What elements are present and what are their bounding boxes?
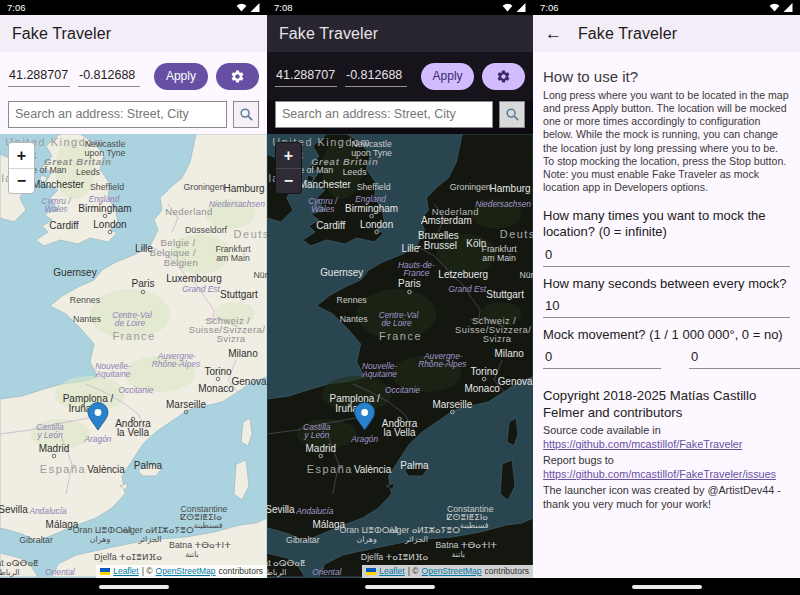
map-label: Gibraltar: [286, 535, 320, 545]
map-label: Oriental: [312, 567, 342, 577]
back-arrow-button[interactable]: ←: [545, 25, 562, 42]
map-label: Genova: [231, 376, 266, 387]
latitude-field[interactable]: [8, 65, 70, 87]
panel-light-map: 7:06 Fake Traveler Apply United KingdomN…: [0, 0, 267, 595]
source-prefix: Source code available in: [543, 424, 661, 436]
mock-movement-label: Mock movement? (1 / 1 000 000°, 0 = no): [543, 327, 790, 343]
map-label: Grand Est: [448, 284, 486, 294]
search-row: [267, 100, 533, 134]
map-label: Rhône-Alpes: [418, 359, 467, 369]
app-title: Fake Traveler: [578, 25, 677, 43]
map-label: Occitanie: [119, 385, 154, 395]
search-input[interactable]: [8, 101, 227, 128]
map[interactable]: United KingdomNewcastleupon TyneGreat Br…: [267, 134, 533, 578]
status-bar: 7:06: [0, 0, 267, 15]
search-button[interactable]: [233, 101, 259, 128]
status-time: 7:06: [7, 2, 26, 13]
map-label: Leeds: [343, 167, 367, 177]
map[interactable]: United KingdomNewcastleupon TyneGreat Br…: [0, 134, 267, 578]
settings-gear-button[interactable]: [216, 63, 259, 90]
ukraine-flag-icon: [100, 568, 110, 575]
source-code-line: Source code available in https://github.…: [543, 423, 790, 451]
map-label: Letzebuerg: [438, 269, 488, 280]
map-label: Genova: [498, 376, 533, 387]
apply-button[interactable]: Apply: [154, 63, 208, 90]
zoom-in-button[interactable]: +: [9, 143, 34, 168]
coordinate-controls: Apply: [267, 52, 533, 100]
map-label: Amsterdam: [421, 215, 472, 226]
latitude-field[interactable]: [275, 65, 337, 87]
map-label: Hamburg: [223, 183, 264, 194]
map-label: València: [354, 464, 392, 475]
map-label: Paris: [398, 278, 421, 289]
map-label: Deutschl: [500, 228, 533, 240]
map-label: Alger ⴰⵍⵊⵣⴰⵢⴻⵔ: [389, 525, 460, 535]
map-label: Sevilla: [0, 504, 28, 515]
app-bar: ← Fake Traveler: [533, 15, 800, 52]
map-label: Marseille: [166, 399, 206, 410]
apply-button[interactable]: Apply: [421, 63, 474, 90]
leaflet-link[interactable]: Leaflet: [113, 566, 139, 576]
longitude-field[interactable]: [345, 65, 407, 87]
map-label: Nantes: [73, 314, 101, 324]
map-zoom-control: + −: [8, 142, 35, 194]
map-label: Palma: [400, 460, 429, 471]
zoom-out-button[interactable]: −: [276, 168, 301, 193]
android-nav-bar: [533, 578, 800, 595]
map-label: Alger ⴰⵍⵊⵣⴰⵢⴻⵔ: [122, 525, 194, 535]
home-pill[interactable]: [99, 585, 169, 589]
zoom-in-button[interactable]: +: [276, 143, 301, 168]
screenshot-collage: 7:06 Fake Traveler Apply United KingdomN…: [0, 0, 800, 595]
wifi-icon: [769, 3, 780, 12]
movement-lng-input[interactable]: [689, 343, 800, 369]
map-label: Luxembourg: [166, 273, 222, 284]
map-label: Cardiff: [316, 220, 345, 231]
source-code-link[interactable]: https://github.com/mcastillof/FakeTravel…: [543, 438, 742, 450]
gear-icon: [230, 69, 245, 84]
mock-times-input[interactable]: [543, 241, 790, 267]
map-label: Aragón: [83, 434, 111, 444]
map-label: Köln: [466, 238, 486, 249]
map-label: London: [360, 219, 393, 230]
map-label: am Main: [216, 253, 250, 263]
map-label: Gibraltar: [19, 535, 53, 545]
settings-gear-button[interactable]: [482, 63, 525, 90]
copyright-text: Copyright 2018-2025 Matías Castillo Felm…: [543, 387, 790, 421]
search-input[interactable]: [275, 101, 493, 128]
panel-settings: 7:06 ← Fake Traveler How to use it? Long…: [533, 0, 800, 595]
map-label: قسنطينة: [193, 521, 222, 530]
map-label: Rhône-Alpes: [152, 359, 201, 369]
search-button[interactable]: [499, 101, 525, 128]
map-label: Madrid: [39, 443, 70, 454]
osm-link[interactable]: OpenStreetMap: [156, 566, 216, 576]
map-label: Niedersachsen: [209, 199, 265, 209]
map-zoom-control: + −: [275, 142, 302, 194]
map-label: Paris: [132, 278, 155, 289]
map-label: - Brussel: [418, 240, 457, 251]
report-bugs-link[interactable]: https://github.com/mcastillof/FakeTravel…: [543, 468, 776, 480]
attribution-suffix: contributors: [485, 566, 529, 576]
coordinate-controls: Apply: [0, 52, 267, 100]
movement-lat-input[interactable]: [543, 343, 661, 369]
leaflet-link[interactable]: Leaflet: [379, 566, 405, 576]
ukraine-flag-icon: [366, 568, 376, 575]
map-label: Monaco: [464, 383, 500, 394]
map-label: Stuttgart: [220, 289, 258, 300]
cellular-signal-icon: [250, 3, 260, 12]
home-pill[interactable]: [632, 585, 702, 589]
map-label: Aragón: [350, 434, 378, 444]
map-label: Nederland: [165, 206, 212, 217]
map-label: España: [307, 463, 353, 475]
map-label: Guernsey: [53, 267, 96, 278]
map-label: الجزائر: [137, 535, 161, 544]
map-label: Grand Est: [182, 284, 220, 294]
home-pill[interactable]: [365, 585, 435, 589]
map-label: Aquitaine: [361, 369, 397, 379]
panel-dark-map: 7:08 Fake Traveler Apply United KingdomN…: [267, 0, 533, 595]
zoom-out-button[interactable]: −: [9, 168, 34, 193]
longitude-field[interactable]: [78, 65, 140, 87]
map-label: València: [87, 464, 125, 475]
mock-interval-input[interactable]: [543, 292, 790, 318]
osm-link[interactable]: OpenStreetMap: [422, 566, 482, 576]
wifi-icon: [236, 3, 247, 12]
